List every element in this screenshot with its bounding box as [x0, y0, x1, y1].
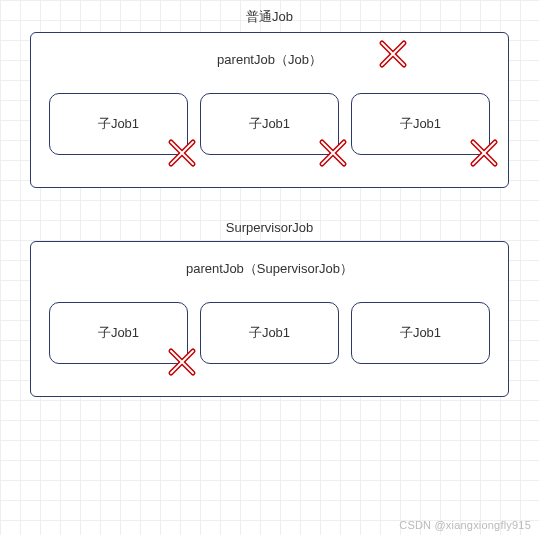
svg-line-15 [473, 142, 495, 164]
cancel-icon [167, 347, 197, 377]
child-job-label: 子Job1 [400, 324, 441, 342]
panel1-title: parentJob（Job） [49, 47, 490, 93]
svg-line-14 [473, 142, 495, 164]
children-row-1: 子Job1 子Job1 子Job1 [49, 93, 490, 155]
child-job-box: 子Job1 [49, 302, 188, 364]
children-row-2: 子Job1 子Job1 子Job1 [49, 302, 490, 364]
child-job-box: 子Job1 [200, 302, 339, 364]
svg-line-10 [322, 142, 344, 164]
svg-line-17 [171, 351, 193, 373]
section1-title: 普通Job [0, 0, 539, 32]
svg-line-5 [171, 142, 193, 164]
child-job-label: 子Job1 [400, 115, 441, 133]
child-job-label: 子Job1 [249, 324, 290, 342]
svg-line-4 [171, 142, 193, 164]
child-job-label: 子Job1 [249, 115, 290, 133]
child-job-label: 子Job1 [98, 324, 139, 342]
cancel-icon [318, 138, 348, 168]
panel2-title: parentJob（SupervisorJob） [49, 256, 490, 302]
svg-line-9 [322, 142, 344, 164]
svg-line-6 [171, 142, 193, 164]
child-job-box: 子Job1 [351, 93, 490, 155]
cancel-icon [469, 138, 499, 168]
panel-normal-job: parentJob（Job） 子Job1 子Job1 子Job1 [30, 32, 509, 188]
panel-supervisor-job: parentJob（SupervisorJob） 子Job1 子Job1 子Jo… [30, 241, 509, 397]
cancel-icon [167, 138, 197, 168]
svg-line-13 [473, 142, 495, 164]
svg-line-11 [322, 142, 344, 164]
svg-line-19 [171, 351, 193, 373]
svg-line-12 [473, 142, 495, 164]
section2-title: SurpervisorJob [0, 212, 539, 241]
child-job-label: 子Job1 [98, 115, 139, 133]
watermark: CSDN @xiangxiongfly915 [399, 519, 531, 531]
child-job-box: 子Job1 [351, 302, 490, 364]
svg-line-18 [171, 351, 193, 373]
svg-line-8 [322, 142, 344, 164]
svg-line-16 [171, 351, 193, 373]
svg-line-7 [171, 142, 193, 164]
child-job-box: 子Job1 [200, 93, 339, 155]
child-job-box: 子Job1 [49, 93, 188, 155]
